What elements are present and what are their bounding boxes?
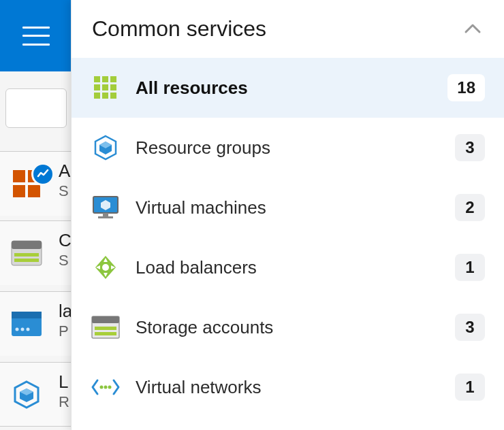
all-resources-icon: [91, 73, 121, 103]
storage-account-tile-icon: [10, 236, 44, 270]
service-label: Resource groups: [136, 137, 455, 159]
svg-point-32: [104, 386, 108, 389]
svg-rect-9: [12, 312, 42, 318]
svg-rect-2: [13, 185, 25, 197]
background-list-item[interactable]: la P: [0, 291, 72, 356]
background-list-item[interactable]: C S: [0, 220, 72, 285]
svg-rect-0: [13, 170, 25, 182]
svg-rect-20: [102, 93, 108, 99]
bg-item-subtitle: S: [59, 252, 72, 269]
service-item-load-balancers[interactable]: Load balancers 1: [72, 237, 504, 297]
svg-rect-14: [102, 76, 108, 82]
service-label: Virtual machines: [136, 197, 455, 218]
service-item-virtual-networks[interactable]: Virtual networks 1: [72, 357, 504, 417]
service-item-resource-groups[interactable]: Resource groups 3: [72, 118, 504, 178]
panel-header: Common services: [72, 0, 504, 58]
bg-item-title: L: [59, 372, 69, 392]
svg-rect-17: [102, 84, 108, 90]
svg-rect-18: [110, 84, 116, 90]
hamburger-menu-icon[interactable]: [22, 27, 50, 46]
common-services-panel: Common services Al: [71, 0, 504, 430]
service-label: Storage accounts: [136, 317, 455, 338]
webapp-tile-icon: [10, 307, 44, 341]
all-resources-tile-icon: [10, 167, 44, 201]
count-badge: 2: [455, 194, 485, 221]
bg-item-subtitle: R: [59, 393, 69, 411]
service-item-virtual-machines[interactable]: Virtual machines 2: [72, 178, 504, 237]
bg-item-title: A: [59, 161, 70, 181]
service-label: Virtual networks: [136, 377, 455, 398]
count-badge: 1: [455, 374, 485, 401]
svg-point-31: [100, 386, 104, 389]
svg-rect-25: [98, 216, 113, 218]
collapse-chevron-icon[interactable]: [462, 18, 484, 40]
svg-point-33: [108, 386, 112, 389]
svg-rect-16: [94, 84, 100, 90]
service-item-all-resources[interactable]: All resources 18: [72, 58, 504, 118]
service-item-storage-accounts[interactable]: Storage accounts 3: [72, 297, 504, 357]
svg-rect-6: [14, 253, 39, 257]
svg-point-26: [102, 264, 109, 271]
svg-rect-28: [92, 316, 119, 323]
service-list: All resources 18 Resource groups 3: [72, 58, 504, 417]
svg-rect-13: [94, 76, 100, 82]
svg-rect-29: [95, 327, 116, 330]
load-balancers-icon: [91, 252, 121, 282]
background-list-item[interactable]: L R: [0, 362, 72, 427]
service-label: Load balancers: [136, 257, 455, 278]
svg-point-10: [16, 328, 19, 331]
virtual-machines-icon: [91, 193, 121, 222]
svg-rect-5: [12, 241, 42, 249]
resource-groups-icon: [91, 133, 121, 163]
bg-item-subtitle: S: [59, 182, 70, 200]
count-badge: 3: [455, 314, 485, 341]
svg-rect-7: [14, 259, 39, 262]
svg-rect-3: [28, 185, 40, 197]
app-menu-header: [0, 0, 72, 71]
svg-rect-15: [110, 76, 116, 82]
search-input[interactable]: [5, 88, 67, 128]
svg-point-11: [21, 328, 25, 331]
svg-rect-21: [110, 93, 116, 99]
svg-rect-30: [95, 332, 116, 335]
service-label: All resources: [136, 78, 447, 99]
storage-accounts-icon: [91, 312, 121, 342]
bg-item-title: C: [59, 231, 72, 250]
analytics-badge-icon: [31, 163, 54, 186]
svg-point-12: [27, 328, 30, 331]
svg-rect-19: [94, 93, 100, 99]
panel-title: Common services: [92, 16, 266, 42]
svg-rect-24: [103, 213, 108, 216]
virtual-networks-icon: [91, 372, 121, 402]
background-list-item[interactable]: A S: [0, 151, 72, 216]
count-badge: 1: [455, 254, 485, 281]
resource-group-tile-icon: [10, 378, 44, 412]
count-badge: 18: [447, 74, 485, 101]
count-badge: 3: [455, 134, 485, 161]
